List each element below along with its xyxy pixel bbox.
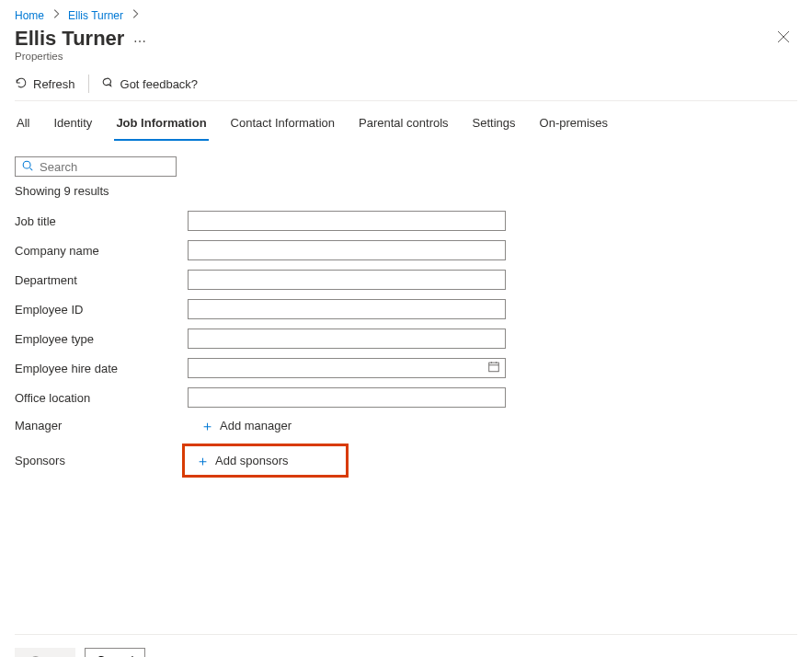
label-department: Department [15, 273, 188, 287]
label-sponsors: Sponsors [15, 454, 188, 467]
input-company-name[interactable] [188, 240, 506, 260]
label-company-name: Company name [15, 244, 188, 258]
add-sponsors-button[interactable]: ＋ Add sponsors [194, 452, 292, 469]
feedback-icon [102, 76, 115, 92]
plus-icon: ＋ [200, 419, 214, 432]
chevron-right-icon [50, 7, 63, 23]
label-manager: Manager [15, 419, 188, 432]
page-title: Ellis Turner [15, 27, 124, 51]
label-office-location: Office location [15, 391, 188, 405]
save-button: Save [15, 648, 75, 657]
feedback-label: Got feedback? [120, 77, 199, 91]
tab-job-information[interactable]: Job Information [114, 109, 208, 141]
tabs: All Identity Job Information Contact Inf… [15, 109, 797, 142]
feedback-button[interactable]: Got feedback? [102, 76, 199, 92]
breadcrumb-entity[interactable]: Ellis Turner [68, 9, 123, 22]
page-subtitle: Properties [15, 51, 146, 62]
add-sponsors-highlight: ＋ Add sponsors [182, 444, 349, 478]
search-icon [21, 159, 34, 175]
refresh-icon [15, 76, 28, 92]
label-employee-id: Employee ID [15, 303, 188, 317]
footer: Save Cancel [15, 634, 797, 657]
toolbar: Refresh Got feedback? [15, 75, 797, 101]
chevron-right-icon [129, 7, 142, 23]
tab-contact-information[interactable]: Contact Information [229, 109, 337, 141]
input-employee-id[interactable] [188, 299, 506, 319]
label-hire-date: Employee hire date [15, 362, 188, 375]
input-hire-date[interactable] [188, 358, 506, 378]
calendar-icon[interactable] [487, 361, 500, 376]
svg-point-0 [23, 161, 30, 168]
refresh-button[interactable]: Refresh [15, 76, 75, 92]
input-job-title[interactable] [188, 211, 506, 231]
label-job-title: Job title [15, 214, 188, 228]
tab-parental-controls[interactable]: Parental controls [357, 109, 451, 141]
refresh-label: Refresh [33, 77, 75, 91]
more-menu-icon[interactable]: ⋯ [133, 29, 146, 49]
add-sponsors-label: Add sponsors [215, 454, 289, 467]
job-info-form: Job title Company name Department Employ… [15, 211, 797, 478]
label-employee-type: Employee type [15, 332, 188, 346]
tab-all[interactable]: All [15, 109, 31, 141]
svg-rect-1 [489, 363, 499, 372]
tab-identity[interactable]: Identity [51, 109, 94, 141]
plus-icon: ＋ [196, 454, 210, 467]
search-box[interactable] [15, 156, 177, 177]
add-manager-button[interactable]: ＋ Add manager [199, 417, 295, 434]
cancel-button[interactable]: Cancel [85, 648, 145, 657]
search-input[interactable] [40, 160, 170, 174]
results-count: Showing 9 results [15, 184, 797, 198]
input-employee-type[interactable] [188, 328, 506, 349]
toolbar-divider [88, 75, 89, 93]
add-manager-label: Add manager [220, 419, 292, 432]
breadcrumb: Home Ellis Turner [15, 7, 797, 23]
breadcrumb-home[interactable]: Home [15, 9, 44, 22]
tab-settings[interactable]: Settings [471, 109, 518, 141]
close-icon[interactable] [770, 27, 797, 50]
tab-on-premises[interactable]: On-premises [538, 109, 610, 141]
input-department[interactable] [188, 270, 506, 290]
input-office-location[interactable] [188, 387, 506, 408]
